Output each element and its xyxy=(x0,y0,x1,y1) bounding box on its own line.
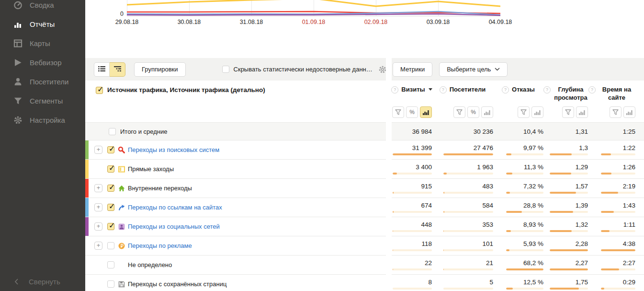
row-label[interactable]: Переходы из поисковых систем xyxy=(128,146,219,153)
metric-column-title[interactable]: ?Время на сайте xyxy=(588,85,635,102)
row-label[interactable]: Переходы по рекламе xyxy=(128,242,192,249)
sidebar-item-maps[interactable]: Карты xyxy=(0,34,85,53)
metric-label: Глубина просмотра xyxy=(554,85,588,102)
sidebar-item-segments[interactable]: Сегменты xyxy=(0,91,85,110)
table-row: +Переходы по рекламе1181015,93 %2,284:38 xyxy=(85,236,644,255)
tree-view-icon xyxy=(114,65,121,74)
bars-filter-button[interactable] xyxy=(481,106,493,118)
report-toolbar: Группировки Скрывать статистически недос… xyxy=(85,58,644,81)
row-label[interactable]: Переходы из социальных сетей xyxy=(128,223,220,230)
expand-button[interactable]: + xyxy=(94,203,102,211)
metric-value: 30 236 xyxy=(474,128,493,135)
groupings-button[interactable]: Группировки xyxy=(134,62,186,77)
metric-column-title[interactable]: ?Визиты xyxy=(391,85,432,93)
expand-button[interactable]: + xyxy=(94,222,102,231)
value-bar-fill xyxy=(550,268,588,270)
tree-view-button[interactable] xyxy=(110,62,125,77)
chart-plot-area[interactable] xyxy=(127,0,500,18)
value-bar xyxy=(506,249,543,251)
value-bar xyxy=(550,268,588,270)
expand-button[interactable]: + xyxy=(94,184,102,192)
help-icon[interactable]: ? xyxy=(440,86,447,93)
value-bar xyxy=(550,249,588,251)
value-bar xyxy=(506,211,543,213)
value-bar xyxy=(443,288,493,290)
row-checkbox[interactable] xyxy=(109,128,116,135)
row-checkbox[interactable] xyxy=(107,165,114,173)
metric-value: 1,39 xyxy=(576,202,588,209)
metric-column-title[interactable]: ?Посетители xyxy=(440,85,486,93)
percent-filter-button[interactable]: % xyxy=(406,106,418,118)
bars-filter-button[interactable] xyxy=(623,106,635,118)
table-header: Источник трафика, Источник трафика (дета… xyxy=(85,81,644,122)
expand-button[interactable]: + xyxy=(94,242,102,250)
help-icon[interactable]: ? xyxy=(543,86,551,93)
bars-filter-button[interactable] xyxy=(576,106,588,118)
metric-cell: 1:22 xyxy=(588,140,635,159)
bars-filter-button[interactable] xyxy=(531,106,543,118)
metric-cell: 28,8 % xyxy=(493,198,543,217)
funnel-filter-button[interactable] xyxy=(610,106,621,118)
row-checkbox[interactable] xyxy=(107,261,114,268)
funnel-icon xyxy=(13,96,23,105)
row-label[interactable]: Переходы по ссылкам на сайтах xyxy=(128,204,222,211)
funnel-filter-button[interactable] xyxy=(518,106,530,118)
sidebar-item-settings[interactable]: Настройка xyxy=(0,110,85,129)
dimension-checkbox[interactable] xyxy=(96,87,103,94)
row-metrics: 1181015,93 %2,284:38 xyxy=(392,236,644,255)
sidebar-item-webvisor[interactable]: Вебвизор xyxy=(0,53,85,72)
value-bar-fill xyxy=(506,153,511,155)
table-row: +Не определено222168,2 %2,272:27 xyxy=(85,255,644,274)
sidebar-item-summary[interactable]: Сводка xyxy=(0,0,85,14)
row-checkbox[interactable] xyxy=(107,280,114,288)
expand-button[interactable]: + xyxy=(94,146,102,154)
row-checkbox[interactable] xyxy=(107,185,114,192)
metric-cell: 584 xyxy=(432,198,493,217)
value-bar-fill xyxy=(601,288,604,290)
metric-cell: 2:27 xyxy=(588,256,635,274)
row-checkbox[interactable] xyxy=(107,204,114,211)
value-bar xyxy=(393,288,432,290)
help-icon[interactable]: ? xyxy=(502,86,509,93)
value-bar-fill xyxy=(393,173,397,175)
hide-insignificant-checkbox[interactable] xyxy=(222,66,229,73)
value-bar-fill xyxy=(506,211,522,213)
panel-gap xyxy=(386,236,392,255)
bars-filter-button[interactable] xyxy=(420,106,432,118)
saved-page-icon xyxy=(118,280,125,288)
metric-cell: 27 476 xyxy=(432,140,493,159)
help-icon[interactable]: ? xyxy=(588,86,596,93)
x-axis-label: 04.09.18 xyxy=(484,19,517,25)
value-bar-fill xyxy=(506,230,511,232)
metric-value: 7,32 % xyxy=(523,183,543,190)
row-checkbox[interactable] xyxy=(107,223,114,230)
value-bar-fill xyxy=(506,173,512,175)
metric-value: 1,31 xyxy=(576,128,588,135)
sidebar-collapse-button[interactable]: Свернуть xyxy=(14,278,60,286)
play-icon xyxy=(13,58,23,67)
metric-column-title[interactable]: ?Отказы xyxy=(502,85,535,93)
percent-filter-button[interactable]: % xyxy=(467,106,479,118)
value-bar-fill xyxy=(550,153,572,155)
metrics-button[interactable]: Метрики xyxy=(393,62,432,77)
row-checkbox[interactable] xyxy=(107,242,114,249)
metric-cell: 353 xyxy=(432,217,493,236)
funnel-filter-button[interactable] xyxy=(562,106,574,118)
row-checkbox[interactable] xyxy=(107,146,114,153)
collapse-label: Свернуть xyxy=(29,278,60,286)
value-bar-fill xyxy=(601,230,610,232)
sidebar-item-reports[interactable]: Отчёты xyxy=(0,14,85,34)
metric-column-title[interactable]: ?Глубина просмотра xyxy=(543,85,588,102)
panel-gap xyxy=(386,140,392,159)
list-view-button[interactable] xyxy=(94,62,110,77)
select-goal-button[interactable]: Выберите цель xyxy=(439,62,508,77)
value-bar xyxy=(443,211,493,213)
metric-value: 8 xyxy=(428,279,432,286)
help-icon[interactable]: ? xyxy=(391,86,398,93)
metric-value: 353 xyxy=(482,221,493,228)
funnel-filter-button[interactable] xyxy=(453,106,465,118)
metric-cell: 483 xyxy=(432,179,493,198)
funnel-filter-button[interactable] xyxy=(392,106,404,118)
sidebar-menu: Сводка Отчёты Карты Вебвизор Посетители … xyxy=(0,0,85,129)
sidebar-item-visitors[interactable]: Посетители xyxy=(0,72,85,91)
